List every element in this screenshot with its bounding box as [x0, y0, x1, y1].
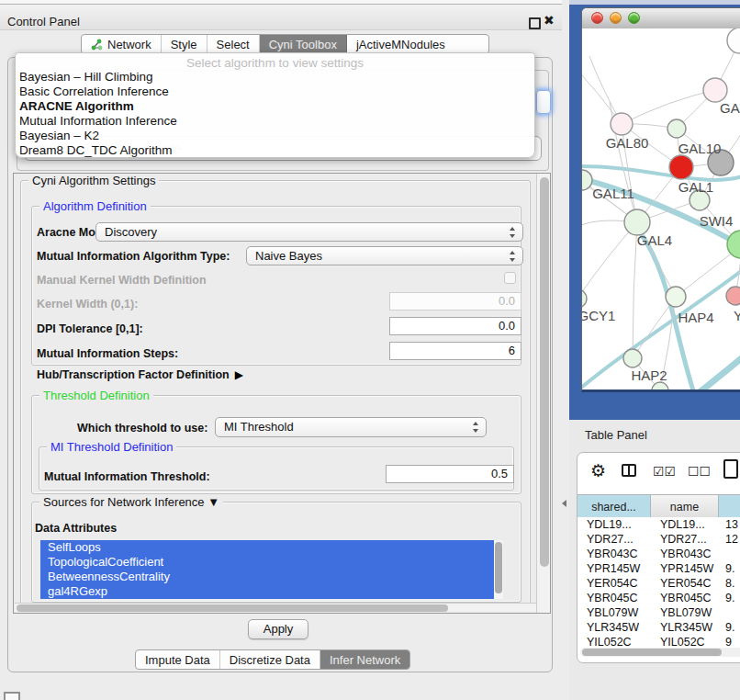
- split-columns-icon[interactable]: [622, 464, 636, 477]
- kernel-width-input[interactable]: 0.0: [389, 292, 521, 310]
- aracne-mode-combo[interactable]: Discovery: [95, 222, 523, 242]
- checked-boxes-icon[interactable]: ☑☑: [653, 464, 676, 479]
- mi-threshold-input[interactable]: 0.5: [386, 465, 514, 483]
- network-node[interactable]: [624, 209, 650, 235]
- table-row[interactable]: YIL052CYIL052C9: [577, 635, 740, 648]
- tab-style[interactable]: Style: [162, 35, 207, 53]
- attribute-list-item[interactable]: TopologicalCoefficient: [40, 555, 499, 570]
- table-cell: 12: [719, 532, 740, 547]
- column-header[interactable]: A: [719, 495, 740, 518]
- network-node[interactable]: [667, 119, 686, 138]
- dropdown-item[interactable]: Dream8 DC_TDC Algorithm: [16, 143, 534, 158]
- table-cell: 9.: [719, 620, 740, 635]
- tab-label: Style: [171, 38, 197, 51]
- table-row[interactable]: YBR043CYBR043C: [577, 547, 740, 561]
- network-window-titlebar[interactable]: [582, 8, 740, 29]
- table-row[interactable]: YBR045CYBR045C9.: [577, 591, 740, 605]
- network-node[interactable]: [726, 287, 740, 305]
- dropdown-item[interactable]: Bayesian – K2: [16, 129, 534, 143]
- table-cell: YER054C: [651, 576, 719, 591]
- unchecked-boxes-icon[interactable]: ☐☐: [688, 464, 711, 479]
- column-header[interactable]: name: [651, 495, 719, 518]
- network-edge[interactable]: [582, 222, 637, 299]
- network-node[interactable]: [623, 349, 642, 367]
- network-node[interactable]: [666, 287, 686, 307]
- table-row[interactable]: YER054CYER054C8.: [577, 576, 740, 591]
- network-node-label: GAL11: [592, 186, 634, 201]
- table-row[interactable]: YLR345WYLR345W9.: [577, 620, 740, 635]
- table-cell: YDR27...: [651, 532, 719, 547]
- list-scrollbar[interactable]: [494, 540, 503, 599]
- page-icon[interactable]: [723, 459, 738, 479]
- dropdown-item[interactable]: Mutual Information Inference: [16, 114, 534, 129]
- network-edge[interactable]: [622, 90, 715, 124]
- stepper-arrows-icon: [473, 422, 479, 433]
- float-window-icon[interactable]: [529, 17, 541, 29]
- tab-impute-data[interactable]: Impute Data: [136, 650, 220, 669]
- tab-label: Infer Network: [330, 653, 400, 667]
- data-attributes-list[interactable]: SelfLoopsTopologicalCoefficientBetweenne…: [40, 540, 503, 599]
- network-view-window[interactable]: GALGAL80GAL10GAL1GAL11SWI4GAL4GCY1HAP4YH…: [581, 7, 740, 392]
- table-cell: 8.: [719, 576, 740, 591]
- gear-icon[interactable]: ⚙: [590, 460, 606, 481]
- group-title: Threshold Definition: [39, 389, 153, 402]
- close-icon[interactable]: ✖: [544, 13, 555, 28]
- table-row[interactable]: YPR145WYPR145W9.: [577, 561, 740, 576]
- network-node[interactable]: [703, 78, 727, 102]
- sources-toggle[interactable]: Sources for Network Inference ▼: [39, 495, 223, 509]
- dpi-tolerance-input[interactable]: 0.0: [389, 317, 521, 335]
- splitter-collapse-icon[interactable]: [562, 500, 566, 507]
- attribute-list-item[interactable]: BetweennessCentrality: [40, 570, 499, 584]
- apply-button[interactable]: Apply: [248, 619, 308, 639]
- network-node-label: GAL10: [678, 141, 722, 156]
- table-cell: YDL19...: [651, 517, 719, 532]
- minimize-traffic-light-icon[interactable]: [610, 12, 622, 24]
- minimized-panel-icon[interactable]: [4, 692, 20, 700]
- tab-network[interactable]: Network: [82, 35, 162, 53]
- dropdown-item[interactable]: Bayesian – Hill Climbing: [16, 70, 534, 85]
- table-row[interactable]: YDL19...YDL19...13: [577, 517, 740, 532]
- horizontal-scrollbar[interactable]: [15, 603, 536, 612]
- network-node[interactable]: [582, 289, 587, 308]
- help-button[interactable]: [536, 90, 551, 114]
- manual-kernel-checkbox[interactable]: [504, 272, 516, 284]
- network-node[interactable]: [652, 382, 668, 390]
- table-cell: 13: [719, 517, 740, 532]
- dropdown-items: Bayesian – Hill ClimbingBasic Correlatio…: [16, 70, 534, 158]
- network-edge[interactable]: [633, 297, 676, 358]
- which-threshold-combo[interactable]: MI Threshold: [215, 417, 487, 437]
- close-traffic-light-icon[interactable]: [591, 12, 603, 24]
- vertical-scrollbar[interactable]: [536, 174, 550, 613]
- tab-discretize-data[interactable]: Discretize Data: [220, 650, 320, 669]
- combo-value: MI Threshold: [224, 420, 294, 434]
- tab-cyni-toolbox[interactable]: Cyni Toolbox: [260, 35, 347, 53]
- table-cell: YBR045C: [577, 591, 651, 605]
- network-node[interactable]: [727, 28, 740, 53]
- mi-type-combo[interactable]: Naive Bayes: [246, 246, 523, 265]
- tab-infer-network[interactable]: Infer Network: [320, 650, 409, 669]
- network-node[interactable]: [727, 231, 740, 258]
- tab-select[interactable]: Select: [207, 35, 260, 53]
- table-cell: 9.: [719, 591, 740, 605]
- column-header[interactable]: shared...: [577, 495, 651, 518]
- hub-definition-toggle[interactable]: Hub/Transcription Factor Definition▶: [37, 368, 243, 381]
- network-node[interactable]: [611, 113, 633, 135]
- table-row[interactable]: YDR27...YDR27...12: [577, 532, 740, 547]
- network-node-label: GAL1: [678, 179, 713, 195]
- zoom-traffic-light-icon[interactable]: [628, 12, 640, 24]
- dropdown-item[interactable]: Basic Correlation Inference: [16, 85, 534, 99]
- network-edge-highlighted[interactable]: [696, 352, 740, 390]
- dropdown-item[interactable]: ARACNE Algorithm: [16, 99, 534, 114]
- tab-label: Select: [217, 38, 250, 51]
- tab-jactivemnodules[interactable]: jActiveMNodules: [347, 35, 454, 53]
- network-node[interactable]: [669, 155, 693, 179]
- table-cell: YBL079W: [577, 605, 651, 620]
- attribute-list-item[interactable]: SelfLoops: [40, 540, 499, 555]
- table-horizontal-scrollbar[interactable]: [580, 648, 740, 657]
- network-graph-canvas[interactable]: GALGAL80GAL10GAL1GAL11SWI4GAL4GCY1HAP4YH…: [582, 28, 740, 390]
- mi-steps-input[interactable]: 6: [389, 342, 521, 360]
- stepper-arrows-icon: [510, 251, 516, 262]
- attribute-list-item[interactable]: gal4RGexp: [40, 584, 499, 599]
- table-row[interactable]: YBL079WYBL079W: [577, 605, 740, 620]
- table-cell: YIL052C: [577, 635, 651, 648]
